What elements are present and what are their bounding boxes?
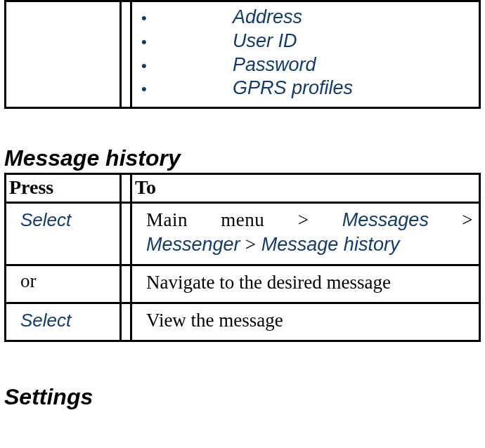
list-item: • User ID [141, 29, 478, 53]
breadcrumb-segment: Messages [342, 209, 429, 230]
breadcrumb-prefix: Main menu > [146, 209, 342, 230]
list-item-label: Password [233, 53, 316, 77]
gap-cell [121, 265, 131, 303]
to-text: View the message [146, 310, 283, 331]
column-header-press: Press [6, 174, 121, 203]
list-item-label: GPRS profiles [233, 77, 353, 100]
gap-cell [121, 203, 131, 265]
to-cell: View the message [131, 303, 480, 341]
profile-fields-empty-cell [6, 1, 121, 108]
bullet-icon: • [141, 56, 233, 76]
section-heading-settings: Settings [4, 384, 481, 410]
select-label: Select [20, 310, 71, 331]
select-label: Select [20, 209, 71, 230]
message-history-table: Press To Select Main menu > Messages > M… [4, 173, 481, 342]
list-item: • GPRS profiles [141, 77, 478, 100]
table-row: or Navigate to the desired message [6, 265, 480, 303]
table-row: Select View the message [6, 303, 480, 341]
press-cell: Select [6, 303, 121, 341]
breadcrumb-sep: > [240, 234, 261, 255]
profile-fields-list: • Address • User ID • Password • GPRS pr… [133, 6, 478, 100]
or-label: or [20, 270, 37, 291]
section-heading-message-history: Message history [4, 145, 481, 171]
profile-fields-gap-cell [121, 1, 131, 108]
profile-fields-list-cell: • Address • User ID • Password • GPRS pr… [131, 1, 480, 108]
profile-fields-table: • Address • User ID • Password • GPRS pr… [4, 0, 481, 109]
list-item-label: User ID [233, 29, 297, 53]
to-cell: Main menu > Messages > Messenger > Messa… [131, 203, 480, 265]
page: • Address • User ID • Password • GPRS pr… [0, 0, 485, 424]
to-cell: Navigate to the desired message [131, 265, 480, 303]
list-item: • Address [141, 6, 478, 29]
press-cell: or [6, 265, 121, 303]
to-text: Navigate to the desired message [146, 272, 391, 293]
column-header-gap [121, 174, 131, 203]
breadcrumb-segment: Message history [261, 234, 400, 255]
breadcrumb-sep: > [429, 209, 473, 230]
bullet-icon: • [141, 79, 233, 99]
column-header-to: To [131, 174, 480, 203]
bullet-icon: • [141, 32, 233, 52]
press-cell: Select [6, 203, 121, 265]
breadcrumb-segment: Messenger [146, 234, 240, 255]
list-item: • Password [141, 53, 478, 77]
list-item-label: Address [233, 6, 302, 29]
bullet-icon: • [141, 8, 233, 28]
table-row: Select Main menu > Messages > Messenger … [6, 203, 480, 265]
gap-cell [121, 303, 131, 341]
